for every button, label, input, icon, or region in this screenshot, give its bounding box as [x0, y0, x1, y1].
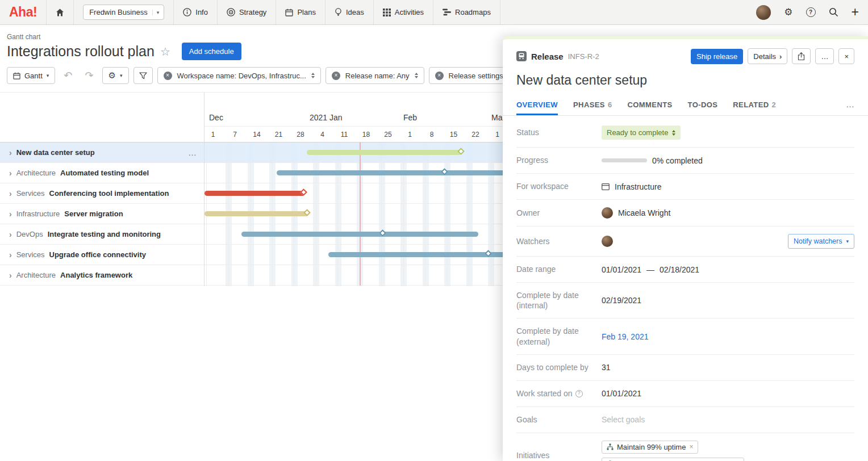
favorite-star-icon[interactable]: ☆ — [160, 45, 170, 58]
today-marker — [360, 143, 361, 286]
initiative-tag[interactable]: Enhance application interoperabilty × — [602, 458, 744, 461]
row-name: Upgrade office connectivity — [49, 250, 146, 259]
row-name: Conferencing tool implementation — [49, 189, 169, 198]
expand-chevron-icon[interactable]: › — [9, 148, 12, 157]
progress-bar — [602, 158, 647, 162]
week-tick-label: 25 — [384, 131, 391, 139]
share-export-button[interactable] — [792, 48, 811, 64]
gantt-bar[interactable] — [277, 170, 531, 175]
nav-item-activities[interactable]: Activities — [374, 0, 433, 24]
gantt-bar[interactable] — [307, 150, 461, 155]
week-tick-label: 28 — [297, 131, 304, 139]
filter-button[interactable] — [133, 67, 153, 84]
nav-item-strategy[interactable]: Strategy — [218, 0, 276, 24]
tab-overflow-button[interactable]: … — [846, 99, 854, 115]
initiative-name: Maintain 99% uptime — [617, 443, 686, 451]
expand-chevron-icon[interactable]: › — [9, 189, 12, 198]
expand-chevron-icon[interactable]: › — [9, 271, 12, 280]
expand-chevron-icon[interactable]: › — [9, 209, 12, 219]
workspace-selector[interactable]: Fredwin Business ▾ — [74, 0, 174, 24]
date-end[interactable]: 02/18/2021 — [660, 265, 699, 274]
gantt-row-label[interactable]: ›ServicesUpgrade office connectivity — [0, 245, 204, 265]
work-started-date[interactable]: 01/01/2021 — [602, 389, 641, 398]
nav-item-roadmaps[interactable]: Roadmaps — [433, 0, 500, 24]
gantt-row-label[interactable]: ›DevOpsIntegrate testing and monitoring — [0, 224, 204, 245]
remove-filter-icon[interactable]: × — [332, 72, 340, 80]
undo-button[interactable]: ↶ — [60, 69, 76, 82]
notify-watchers-button[interactable]: Notify watchers ▾ — [788, 234, 854, 249]
remove-filter-icon[interactable]: × — [164, 72, 172, 80]
help-button[interactable]: ? — [806, 7, 816, 17]
caret-down-icon: ▾ — [47, 73, 49, 78]
home-button[interactable] — [47, 0, 74, 24]
row-category: Infrastructure — [16, 209, 60, 218]
remove-tag-icon[interactable]: × — [689, 443, 693, 451]
tab-overview[interactable]: OVERVIEW — [516, 100, 558, 115]
caret-down-icon: ▾ — [120, 73, 123, 78]
gantt-bar[interactable] — [241, 232, 478, 237]
gantt-row-label[interactable]: ›ArchitectureAutomated testing model — [0, 163, 204, 183]
tab-comments[interactable]: COMMENTS — [628, 100, 673, 115]
tab-todos[interactable]: TO-DOS — [688, 100, 718, 115]
field-goals: Goals Select goals — [516, 407, 854, 433]
view-selector-button[interactable]: Gantt ▾ — [7, 67, 55, 84]
tab-related[interactable]: RELATED2 — [733, 100, 776, 115]
calendar-icon — [13, 72, 20, 79]
field-label: Goals — [516, 414, 602, 425]
nav-item-info[interactable]: Info — [174, 0, 218, 24]
status-value: Ready to complete — [607, 128, 668, 137]
initiative-tag[interactable]: Maintain 99% uptime × — [602, 441, 698, 454]
expand-chevron-icon[interactable]: › — [9, 230, 12, 239]
gantt-row-label[interactable]: ›ServicesConferencing tool implementatio… — [0, 183, 204, 204]
remove-filter-icon[interactable]: × — [435, 72, 444, 80]
record-reference[interactable]: INFS-R-2 — [568, 52, 599, 61]
month-label: 2021 Jan — [310, 113, 343, 122]
workspace-value[interactable]: Infrastructure — [615, 182, 661, 191]
owner-name[interactable]: Micaela Wright — [618, 208, 670, 217]
sort-arrows-icon[interactable] — [415, 73, 418, 78]
external-date-link[interactable]: Feb 19, 2021 — [602, 332, 649, 341]
settings-gear-button[interactable]: ⚙ — [784, 6, 792, 18]
sort-arrows-icon[interactable] — [311, 73, 315, 78]
details-button[interactable]: Details › — [748, 48, 787, 64]
add-button[interactable]: + — [852, 6, 859, 19]
redo-button[interactable]: ↷ — [81, 69, 97, 82]
release-title: New data center setup — [516, 73, 854, 88]
gantt-row-label[interactable]: ›New data center setup… — [0, 143, 204, 163]
gantt-row-label[interactable]: ›InfrastructureServer migration — [0, 204, 204, 224]
more-actions-button[interactable]: … — [815, 48, 834, 64]
aha-logo[interactable]: Aha! — [0, 0, 47, 24]
field-workspace: For workspace Infrastructure — [516, 174, 854, 200]
expand-chevron-icon[interactable]: › — [9, 169, 12, 178]
row-name: Integrate testing and monitoring — [48, 230, 161, 238]
watcher-avatar[interactable] — [602, 236, 613, 247]
status-select[interactable]: Ready to complete — [602, 125, 681, 140]
tab-phases[interactable]: PHASES6 — [573, 100, 612, 115]
gantt-bar[interactable] — [205, 211, 308, 216]
nav-item-plans[interactable]: Plans — [276, 0, 326, 24]
date-start[interactable]: 01/01/2021 — [602, 265, 641, 274]
gantt-bar[interactable] — [205, 191, 305, 196]
chart-settings-button[interactable]: ⚙ ▾ — [102, 67, 129, 84]
help-tooltip-icon[interactable]: ? — [575, 390, 583, 397]
gantt-row-label[interactable]: ›ArchitectureAnalytics framework — [0, 265, 204, 286]
filter-chip-workspace[interactable]: × Workspace name: DevOps, Infrastruc... — [157, 67, 321, 84]
row-name: Server migration — [64, 209, 123, 218]
add-schedule-button[interactable]: Add schedule — [182, 43, 241, 60]
internal-date[interactable]: 02/19/2021 — [602, 296, 641, 305]
gantt-bar[interactable] — [328, 252, 524, 257]
expand-chevron-icon[interactable]: › — [9, 250, 12, 259]
nav-item-ideas[interactable]: Ideas — [326, 0, 374, 24]
field-label: Progress — [516, 155, 602, 165]
tab-count: 6 — [608, 100, 612, 109]
ship-release-button[interactable]: Ship release — [691, 49, 743, 64]
home-icon — [56, 9, 64, 16]
goals-placeholder[interactable]: Select goals — [602, 415, 645, 424]
filter-chip-release-name[interactable]: × Release name: Any — [326, 67, 424, 84]
row-menu-button[interactable]: … — [188, 148, 197, 157]
release-icon — [516, 51, 527, 61]
close-panel-button[interactable]: × — [838, 48, 854, 64]
search-button[interactable] — [829, 7, 838, 17]
row-category: DevOps — [16, 230, 43, 238]
user-avatar[interactable] — [756, 5, 771, 20]
